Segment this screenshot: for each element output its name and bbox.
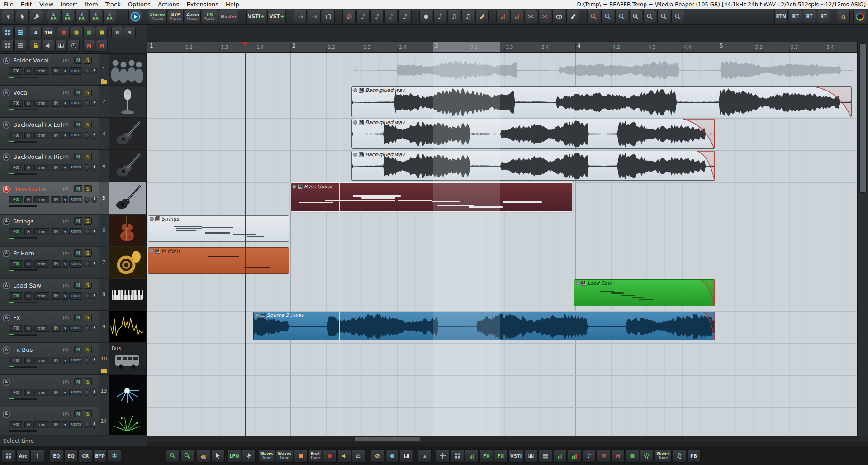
volume-knob[interactable]: (V) xyxy=(63,91,69,95)
media-item-fx-button[interactable] xyxy=(294,449,308,463)
menu-options[interactable]: Options xyxy=(124,0,154,9)
fx-master-button[interactable]: FXMaster xyxy=(202,10,218,23)
route-button[interactable]: ROUTE xyxy=(69,228,82,235)
input-menu-button[interactable]: ▾ xyxy=(62,132,68,139)
trim-envelope-button[interactable]: trim xyxy=(33,292,49,300)
route-button[interactable]: ROUTE xyxy=(69,260,82,268)
trim-envelope-button[interactable]: trim xyxy=(33,357,49,364)
fx-bypass-button[interactable]: ⊘ xyxy=(24,389,32,396)
route-button[interactable]: ROUTE xyxy=(69,421,82,428)
trim-envelope-button[interactable]: trim xyxy=(33,325,49,332)
track-icon-bass[interactable] xyxy=(109,182,147,214)
track-icon-guitar[interactable] xyxy=(109,118,147,150)
layout-a-button[interactable] xyxy=(2,27,14,38)
record-mode-button[interactable] xyxy=(419,10,432,23)
track-name[interactable]: Fr Horn xyxy=(13,250,34,257)
track-name[interactable]: Lead Saw xyxy=(13,282,41,289)
input-button[interactable]: IN xyxy=(51,421,61,428)
input-button[interactable]: IN xyxy=(51,100,61,107)
zoom-in-button[interactable]: + xyxy=(601,10,614,23)
real-tune-button[interactable]: RealTune xyxy=(308,449,322,463)
width-knob[interactable] xyxy=(91,261,97,267)
track-number[interactable]: 8 xyxy=(99,279,109,311)
input-button[interactable]: IN xyxy=(51,132,61,139)
track-icon-wave[interactable] xyxy=(109,311,147,343)
trim-envelope-button[interactable]: trim xyxy=(33,228,49,235)
track-manager-button[interactable]: TM xyxy=(43,27,54,38)
record-arm-button[interactable]: A xyxy=(3,379,10,386)
zoom-out-time-button[interactable]: − xyxy=(180,449,194,463)
width-knob[interactable] xyxy=(91,422,97,428)
track-panel-track-13[interactable]: A(V)MSFX⊘trimIN▾ROUTE xyxy=(0,375,99,407)
midi-insert-button[interactable]: ♪ xyxy=(582,449,596,463)
trim-envelope-button[interactable]: trim xyxy=(33,196,49,203)
route-button[interactable]: ROUTE xyxy=(69,100,82,107)
track-number[interactable]: 3 xyxy=(99,118,109,150)
master-solo-button[interactable]: Master xyxy=(219,10,238,23)
horizontal-scrollbar[interactable] xyxy=(147,436,857,442)
track-number[interactable]: 14 xyxy=(99,407,109,435)
track-number[interactable]: 6 xyxy=(99,215,109,246)
waves-tune-a-button[interactable]: WavesTune xyxy=(258,449,275,463)
fx-bypass-button[interactable]: ⊘ xyxy=(24,100,32,107)
route-button[interactable]: ROUTE xyxy=(69,67,82,75)
mute-button[interactable]: M xyxy=(74,282,82,289)
input-button[interactable]: IN xyxy=(51,196,61,203)
vertical-scrollbar-thumb[interactable] xyxy=(859,43,867,193)
routing-grid-button[interactable] xyxy=(451,449,464,463)
volume-knob[interactable]: (V) xyxy=(63,155,69,159)
solo-button[interactable]: S xyxy=(84,249,92,257)
volume-knob[interactable]: (V) xyxy=(63,187,69,192)
media-item-вася-glued-wav[interactable]: MВася-glued.wav xyxy=(351,151,715,181)
track-name[interactable]: Fx xyxy=(13,314,20,321)
menu-edit[interactable]: Edit xyxy=(17,0,36,9)
track-icon-bus[interactable]: Bus xyxy=(109,343,147,375)
track-number[interactable]: 13 xyxy=(99,375,109,407)
fx-button[interactable]: FX xyxy=(9,196,23,203)
route-button[interactable]: ROUTE xyxy=(69,389,82,396)
note-fx-button[interactable]: ♫ xyxy=(673,449,686,463)
volume-knob[interactable]: (V) xyxy=(63,219,69,224)
input-menu-button[interactable]: ▾ xyxy=(62,228,68,235)
record-arm-button[interactable]: A xyxy=(3,153,10,161)
track-number[interactable]: 4 xyxy=(99,150,109,182)
rt-3-button[interactable]: RT xyxy=(817,10,830,23)
route-button[interactable]: ROUTE xyxy=(69,325,82,332)
volume-knob[interactable]: (V) xyxy=(63,412,69,417)
zoom-item-button[interactable] xyxy=(657,10,670,23)
solo-button[interactable]: S xyxy=(84,121,92,128)
add-vst-button[interactable]: VST+ xyxy=(267,10,286,23)
fade-out-handle[interactable] xyxy=(697,151,715,181)
track-number[interactable]: 10 xyxy=(99,343,109,375)
track-panel-bass-guitar[interactable]: ABass Guitar(V)MSFX⊘trimIN▾ROUTE xyxy=(0,182,99,214)
note-preview-button[interactable]: ♪ xyxy=(356,10,370,23)
track-name[interactable]: BackVocal Fx Right xyxy=(13,153,62,160)
mute-button[interactable]: M xyxy=(74,57,82,64)
width-knob[interactable] xyxy=(91,357,97,364)
input-button[interactable]: IN xyxy=(51,325,61,332)
media-item-sourse-2-wav[interactable]: MSourse 2 ).wav xyxy=(253,312,715,340)
trim-envelope-button[interactable]: trim xyxy=(33,260,49,268)
record-arm-button[interactable]: A xyxy=(3,57,10,64)
item-group-icon[interactable] xyxy=(292,185,296,189)
width-knob[interactable] xyxy=(91,229,97,235)
edit-cursor-marker[interactable] xyxy=(242,42,248,46)
track-panel-fx[interactable]: AFx(V)MSFX⊘trimIN▾ROUTE xyxy=(0,311,99,343)
envelope-send-button[interactable] xyxy=(96,27,108,38)
pan-knob[interactable] xyxy=(84,68,90,74)
record-arm-button[interactable]: A xyxy=(3,121,10,129)
fx-button[interactable]: FX xyxy=(9,325,23,332)
solo-button[interactable]: S xyxy=(84,57,92,64)
fx-bypass-button[interactable]: ⊘ xyxy=(24,325,32,332)
record-arm-button[interactable]: A xyxy=(3,411,10,418)
mute-button[interactable]: M xyxy=(74,314,82,321)
fade-out-handle[interactable] xyxy=(683,119,714,149)
track-icon-piano[interactable] xyxy=(109,279,147,311)
menu-file[interactable]: File xyxy=(0,0,17,9)
mute-fx-b-button[interactable]: M xyxy=(611,449,625,463)
track-icon-flash[interactable] xyxy=(109,375,147,407)
item-mute-button[interactable]: M xyxy=(155,216,160,221)
piano-roll-button[interactable] xyxy=(400,449,413,463)
track-panel-lead-saw[interactable]: ALead Saw(V)MSFX⊘trimIN▾ROUTE xyxy=(0,279,99,311)
fx-bypass-button[interactable]: ⊘ xyxy=(24,357,32,364)
